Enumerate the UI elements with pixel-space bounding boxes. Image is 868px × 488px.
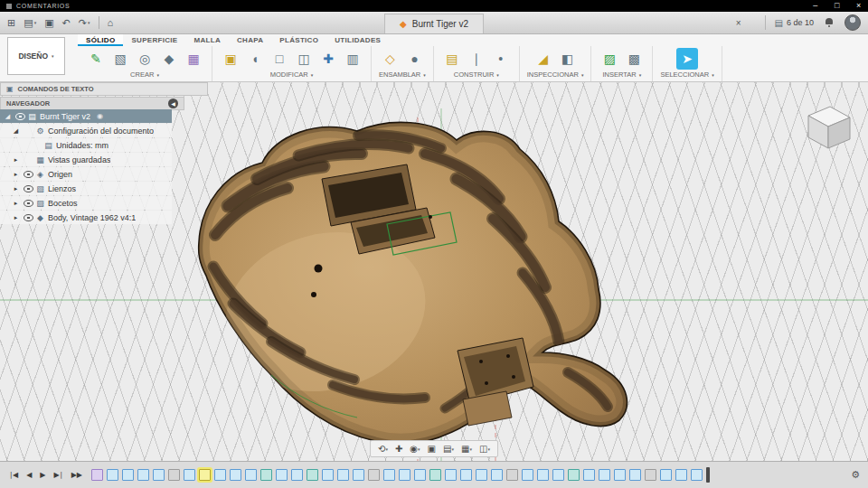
- expander-icon[interactable]: ▸: [12, 171, 20, 178]
- timeline-feature-icon[interactable]: [583, 469, 595, 481]
- tab-sólido[interactable]: SÓLIDO: [78, 33, 123, 46]
- timeline-feature-icon[interactable]: [645, 469, 656, 481]
- tree-item[interactable]: ▸▦Vistas guardadas: [0, 153, 172, 166]
- orbit-icon[interactable]: ⟲▾: [374, 444, 392, 454]
- construction-point-icon[interactable]: •: [490, 48, 512, 70]
- visibility-eye-icon[interactable]: [23, 185, 33, 192]
- group-dropdown-insertar[interactable]: INSERTAR▾: [603, 70, 642, 81]
- close-button[interactable]: ×: [856, 0, 862, 12]
- timeline-feature-icon[interactable]: [91, 469, 103, 481]
- minimize-button[interactable]: –: [813, 0, 818, 12]
- joint-icon[interactable]: ●: [403, 48, 425, 70]
- timeline-feature-icon[interactable]: [476, 469, 487, 481]
- zoom-icon[interactable]: ◉▾: [406, 444, 423, 454]
- view-cube[interactable]: [799, 99, 857, 157]
- timeline-feature-icon[interactable]: [445, 469, 457, 481]
- undo-icon[interactable]: ↶: [62, 17, 71, 29]
- expander-icon[interactable]: ◢: [4, 113, 12, 120]
- align-icon[interactable]: ▥: [342, 48, 363, 70]
- expander-icon[interactable]: ▸: [12, 156, 20, 164]
- timeline-feature-icon[interactable]: [506, 469, 518, 481]
- timeline-scrubber[interactable]: [706, 467, 710, 483]
- timeline-feature-icon[interactable]: [629, 469, 641, 481]
- insert-mesh-icon[interactable]: ▨: [599, 48, 620, 70]
- home-icon[interactable]: ⌂: [108, 17, 114, 28]
- timeline-feature-icon[interactable]: [153, 469, 165, 481]
- close-document-icon[interactable]: ×: [736, 18, 741, 28]
- timeline-feature-icon[interactable]: [383, 469, 395, 481]
- timeline-feature-icon[interactable]: [368, 469, 380, 481]
- visibility-eye-icon[interactable]: [23, 171, 33, 177]
- timeline-feature-icon[interactable]: [399, 469, 410, 481]
- expander-icon[interactable]: ▸: [12, 214, 20, 221]
- fillet-icon[interactable]: ◖: [244, 48, 266, 70]
- timeline-feature-icon[interactable]: [199, 469, 211, 481]
- create-sketch-icon[interactable]: ✎: [85, 48, 107, 70]
- timeline-feature-icon[interactable]: [307, 469, 318, 481]
- timeline-feature-icon[interactable]: [491, 469, 503, 481]
- step-back-button[interactable]: ◀: [24, 471, 34, 479]
- navigator-header[interactable]: NAVEGADOR ◀: [0, 97, 184, 110]
- shell-icon[interactable]: □: [269, 48, 290, 70]
- go-to-end-button[interactable]: ▶▶: [69, 471, 85, 479]
- tree-item[interactable]: ◢▤Burnt Tiger v2◉: [0, 109, 172, 123]
- save-icon[interactable]: ▣: [44, 17, 53, 29]
- insert-svg-icon[interactable]: ▩: [623, 48, 645, 70]
- timeline-feature-icon[interactable]: [599, 469, 610, 481]
- group-dropdown-crear[interactable]: CREAR▾: [130, 70, 159, 81]
- combine-icon[interactable]: ◫: [293, 48, 315, 70]
- comments-collapsed-bar[interactable]: COMENTARIOS –□×: [0, 0, 868, 12]
- visibility-eye-icon[interactable]: [23, 214, 33, 221]
- timeline-feature-icon[interactable]: [414, 469, 426, 481]
- timeline-feature-icon[interactable]: [568, 469, 580, 481]
- go-to-start-button[interactable]: ∣◀: [6, 471, 21, 479]
- maximize-button[interactable]: □: [835, 0, 840, 12]
- document-tab[interactable]: ◆ Burnt Tiger v2: [384, 14, 484, 33]
- play-button[interactable]: ▶: [37, 471, 48, 479]
- timeline-feature-icon[interactable]: [522, 469, 533, 481]
- notifications-bell-icon[interactable]: [825, 18, 834, 27]
- group-dropdown-modificar[interactable]: MODIFICAR▾: [270, 70, 314, 81]
- tab-chapa[interactable]: CHAPA: [229, 33, 271, 46]
- text-commands-bar[interactable]: ▣ COMANDOS DE TEXTO: [0, 82, 208, 96]
- timeline-feature-icon[interactable]: [137, 469, 149, 481]
- tree-item[interactable]: ▸◆Body, Vintage 1962 v4:1: [0, 211, 172, 224]
- redo-icon[interactable]: ↷▾: [79, 17, 90, 29]
- timeline-feature-icon[interactable]: [322, 469, 334, 481]
- display-settings-icon[interactable]: ▤▾: [439, 444, 458, 454]
- expander-icon[interactable]: ▸: [12, 200, 20, 207]
- tab-malla[interactable]: MALLA: [185, 33, 229, 46]
- tree-item[interactable]: ▸◈Origen: [0, 167, 172, 181]
- timeline-feature-icon[interactable]: [429, 469, 441, 481]
- tree-item[interactable]: ◢⚙Configuración del documento: [0, 124, 172, 137]
- timeline-feature-icon[interactable]: [537, 469, 549, 481]
- timeline-feature-icon[interactable]: [122, 469, 134, 481]
- timeline-settings-gear-icon[interactable]: ⚙: [851, 469, 868, 481]
- timeline-feature-icon[interactable]: [353, 469, 364, 481]
- new-component-icon[interactable]: ◇: [379, 48, 401, 70]
- timeline-feature-icon[interactable]: [276, 469, 288, 481]
- timeline-feature-icon[interactable]: [660, 469, 672, 481]
- timeline-feature-icon[interactable]: [552, 469, 564, 481]
- timeline-feature-icon[interactable]: [460, 469, 472, 481]
- timeline-feature-icon[interactable]: [230, 469, 241, 481]
- timeline-feature-icon[interactable]: [614, 469, 626, 481]
- timeline-feature-icon[interactable]: [691, 469, 703, 481]
- tree-item[interactable]: ▤Unidades: mm: [0, 138, 172, 152]
- press-pull-icon[interactable]: ▣: [220, 48, 241, 70]
- group-dropdown-seleccionar[interactable]: SELECCIONAR▾: [660, 70, 713, 81]
- expander-icon[interactable]: ◢: [12, 127, 20, 135]
- move-icon[interactable]: ✚: [317, 48, 339, 70]
- collapse-panel-icon[interactable]: ◀: [168, 99, 178, 108]
- tree-item[interactable]: ▸▨Bocetos: [0, 196, 172, 210]
- select-icon[interactable]: ➤: [676, 48, 698, 70]
- tab-superficie[interactable]: SUPERFICIE: [123, 33, 185, 46]
- grid-settings-icon[interactable]: ▦▾: [458, 444, 476, 454]
- app-grid-icon[interactable]: ⊞: [7, 17, 15, 29]
- timeline-feature-icon[interactable]: [214, 469, 226, 481]
- step-forward-button[interactable]: ▶∣: [51, 471, 65, 479]
- section-analysis-icon[interactable]: ◧: [557, 48, 579, 70]
- extrude-icon[interactable]: ▧: [109, 48, 131, 70]
- timeline-feature-icon[interactable]: [291, 469, 303, 481]
- measure-icon[interactable]: ◢: [533, 48, 554, 70]
